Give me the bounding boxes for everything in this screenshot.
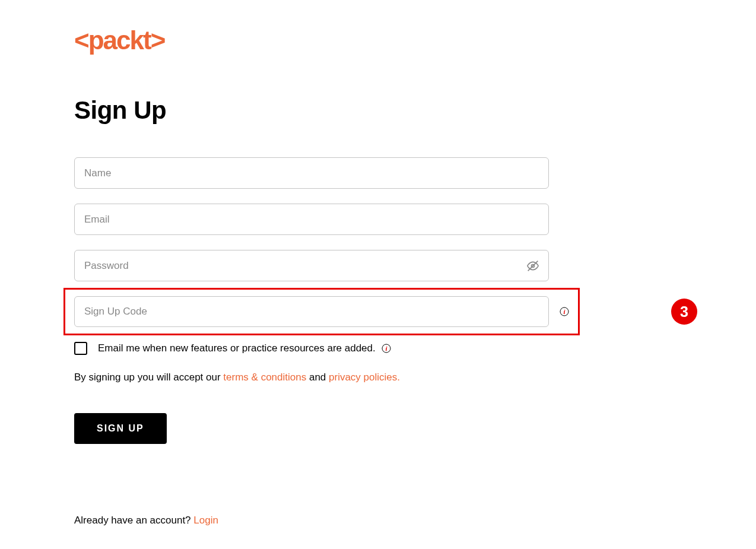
eye-slash-icon[interactable] (527, 260, 539, 272)
step-number: 3 (680, 303, 688, 320)
sign-up-button[interactable]: SIGN UP (74, 413, 167, 444)
page-title: Sign Up (74, 96, 682, 125)
email-field-wrapper (74, 204, 549, 235)
terms-conditions-link[interactable]: terms & conditions (223, 372, 306, 383)
svg-text:i: i (563, 308, 566, 315)
checkbox-label-wrapper: Email me when new features or practice r… (98, 342, 391, 354)
checkbox-label: Email me when new features or practice r… (98, 342, 376, 354)
signup-code-wrapper: i 3 (74, 296, 549, 327)
email-updates-checkbox[interactable] (74, 342, 87, 355)
svg-text:<packt>: <packt> (74, 27, 165, 55)
info-icon[interactable]: i (382, 344, 391, 353)
privacy-policies-link[interactable]: privacy policies. (329, 372, 400, 383)
email-input[interactable] (84, 204, 539, 234)
footer-text: Already have an account? Login (74, 515, 218, 526)
checkbox-row: Email me when new features or practice r… (74, 342, 682, 355)
step-badge: 3 (671, 299, 697, 325)
terms-prefix: By signing up you will accept our (74, 372, 223, 383)
login-link[interactable]: Login (193, 515, 218, 526)
footer-question: Already have an account? (74, 515, 193, 526)
info-icon[interactable]: i (560, 307, 569, 316)
signup-code-field-wrapper (74, 296, 549, 327)
password-input[interactable] (84, 250, 520, 281)
terms-connector: and (306, 372, 329, 383)
svg-text:i: i (385, 345, 387, 352)
name-input[interactable] (84, 158, 539, 188)
packt-logo: <packt> (74, 27, 682, 58)
password-field-wrapper (74, 250, 549, 281)
signup-code-input[interactable] (84, 297, 539, 326)
terms-text: By signing up you will accept our terms … (74, 372, 682, 383)
name-field-wrapper (74, 157, 549, 189)
